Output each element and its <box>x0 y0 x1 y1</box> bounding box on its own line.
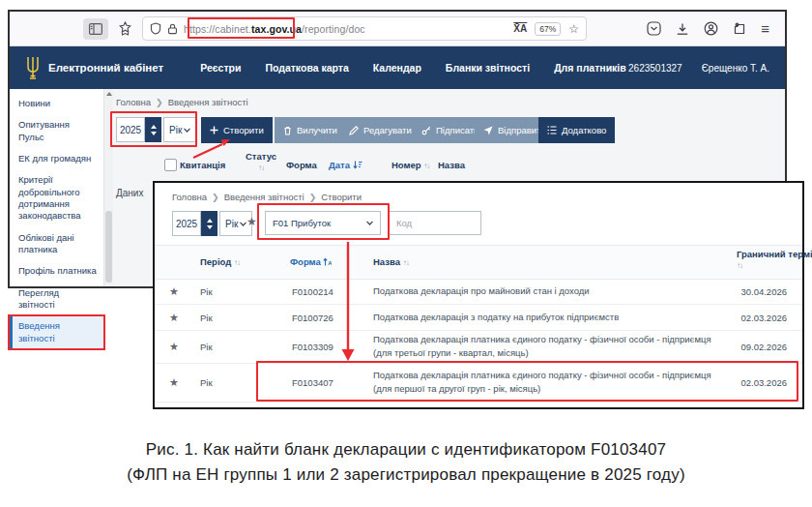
paper-plane-icon <box>483 126 493 135</box>
sidebar-scrollbar[interactable] <box>103 89 113 286</box>
bookmark-star-icon[interactable]: ☆ <box>568 22 579 36</box>
sidebar: Новини Опитування Пульс ЕК для громадян … <box>10 89 103 286</box>
col-name[interactable]: Назва <box>438 160 465 170</box>
nav-for-payers[interactable]: Для платників <box>554 62 626 74</box>
popup-breadcrumb-section[interactable]: Введення звітності <box>224 192 304 202</box>
popup-breadcrumb-home[interactable]: Головна <box>172 192 207 202</box>
popup-breadcrumb-page[interactable]: Створити <box>321 192 362 202</box>
screenshot-canvas: https://cabinet.tax.gov.ua/reporting/doc… <box>0 0 812 507</box>
table-row-f0103407[interactable]: ★ Рік F0103407 Податкова декларація плат… <box>155 363 802 403</box>
scroll-thumb[interactable] <box>105 211 112 282</box>
scroll-up-icon[interactable] <box>106 92 112 96</box>
nav-registries[interactable]: Реєстри <box>200 62 241 74</box>
sidebar-item-news[interactable]: Новини <box>10 94 103 113</box>
table-row[interactable]: ★ Рік F0100214 Податкова декларація про … <box>155 278 802 305</box>
app-brand[interactable]: Електронний кабінет <box>25 55 163 80</box>
table-row[interactable]: ★ Рік F0100726 Податкова декларація з по… <box>155 304 802 331</box>
more-button[interactable]: Додатково <box>538 117 615 143</box>
extensions-icon[interactable] <box>733 22 746 36</box>
popup-col-form[interactable]: Форма A <box>290 256 332 267</box>
sort-desc-icon <box>353 161 362 169</box>
sidebar-item-profile[interactable]: Профіль платника <box>10 261 103 281</box>
col-number[interactable]: Номер ↑↓ <box>392 160 429 170</box>
year-input[interactable] <box>116 117 145 142</box>
figure-caption: Рис. 1. Как найти бланк декларации с иде… <box>0 437 812 487</box>
sidebar-toggle-icon[interactable] <box>83 18 108 40</box>
account-icon[interactable] <box>704 21 718 36</box>
sidebar-item-pulse[interactable]: Опитування Пульс <box>10 115 103 147</box>
bookmark-ribbon-icon[interactable] <box>118 21 132 36</box>
key-icon <box>421 126 431 135</box>
zoom-level-badge[interactable]: 67% <box>535 22 561 36</box>
cell-period: Рік <box>200 312 213 322</box>
col-date[interactable]: Дата <box>329 160 362 170</box>
select-all-checkbox[interactable] <box>164 159 177 171</box>
sidebar-item-criteria[interactable]: Критерії добровільного дотримання законо… <box>10 170 103 225</box>
pocket-icon[interactable] <box>647 21 661 36</box>
user-name[interactable]: Єрещенко Т. А. <box>702 63 769 74</box>
sidebar-item-enter-reports[interactable]: Введення звітності <box>10 316 103 348</box>
breadcrumb-home[interactable]: Головна <box>116 97 151 107</box>
trident-logo-icon <box>25 55 41 80</box>
cell-deadline: 09.02.2026 <box>740 342 787 352</box>
lock-icon[interactable] <box>167 23 178 35</box>
nav-tax-map[interactable]: Податкова карта <box>265 62 348 74</box>
shield-icon[interactable] <box>150 22 161 35</box>
svg-text:A: A <box>329 260 333 266</box>
sidebar-item-view-reports[interactable]: Перегляд звітності <box>10 283 103 315</box>
delete-button[interactable]: Вилучити <box>275 117 346 143</box>
create-report-popup: Головна❯Введення звітності❯Створити Рік … <box>153 181 804 409</box>
chevron-down-icon <box>184 128 190 133</box>
table-row[interactable]: ★ Рік F0103309 Податкова декларація плат… <box>155 330 802 364</box>
cell-name: Податкова декларація про майновий стан і… <box>373 284 719 298</box>
form-group-select[interactable]: F01 Прибуток <box>265 211 381 235</box>
download-icon[interactable] <box>676 22 689 36</box>
popup-year-stepper[interactable] <box>201 211 218 236</box>
sidebar-item-account-data[interactable]: Облікові дані платника <box>10 228 103 260</box>
cell-name: Податкова декларація платника єдиного по… <box>373 333 719 360</box>
cell-form-code: F0103407 <box>292 377 334 388</box>
popup-table-header: Період ↑↓ Форма A Назва ↑↓ Граничний тер… <box>155 245 802 280</box>
nav-report-forms[interactable]: Бланки звітності <box>446 62 530 74</box>
nav-calendar[interactable]: Календар <box>373 62 421 74</box>
cell-period: Рік <box>200 342 213 352</box>
cell-form-code: F0103309 <box>292 342 334 352</box>
favorite-star-icon[interactable]: ★ <box>169 284 179 297</box>
chevron-down-icon <box>366 221 373 225</box>
caption-line-1: Рис. 1. Как найти бланк декларации с иде… <box>0 437 812 462</box>
favorite-star-icon[interactable]: ★ <box>169 311 179 323</box>
favorite-star-icon[interactable]: ★ <box>169 341 179 353</box>
col-form[interactable]: Форма <box>286 160 317 170</box>
popup-year-input[interactable] <box>172 211 201 236</box>
sort-alpha-asc-icon: A <box>323 257 332 266</box>
sidebar-item-citizens[interactable]: ЕК для громадян <box>10 149 103 168</box>
favorite-star-icon[interactable]: ★ <box>169 376 179 389</box>
popup-col-period[interactable]: Період ↑↓ <box>200 256 240 267</box>
breadcrumb: Головна❯Введення звітності <box>116 97 248 107</box>
cell-name: Податкова декларація з податку на прибут… <box>373 311 719 324</box>
cell-period: Рік <box>200 377 213 388</box>
year-stepper[interactable] <box>145 117 161 142</box>
code-search-input[interactable] <box>389 211 481 235</box>
edit-button[interactable]: Редагувати <box>340 117 420 143</box>
menu-icon[interactable]: ≡ <box>761 20 769 37</box>
breadcrumb-section[interactable]: Введення звітності <box>168 97 248 107</box>
period-select[interactable]: Рік <box>163 117 196 142</box>
list-icon <box>547 126 557 134</box>
empty-table-text: Даних <box>116 188 143 198</box>
favorites-filter-icon[interactable]: ★ <box>246 215 257 228</box>
url-bar[interactable]: https://cabinet.tax.gov.ua/reporting/doc… <box>142 16 587 41</box>
col-receipt[interactable]: Квитанція <box>180 160 225 170</box>
translate-icon[interactable]: X̄A <box>513 23 527 34</box>
col-status[interactable]: Статус↑↓ <box>245 151 277 172</box>
popup-col-name[interactable]: Назва ↑↓ <box>373 256 409 267</box>
url-text[interactable]: https://cabinet.tax.gov.ua/reporting/doc <box>184 23 365 35</box>
main-nav: Реєстри Податкова карта Календар Бланки … <box>200 62 626 74</box>
user-tax-id[interactable]: 2623501327 <box>628 63 682 74</box>
cell-deadline: 30.04.2026 <box>740 285 787 296</box>
app-title: Електронний кабінет <box>48 62 163 74</box>
create-button[interactable]: Створити <box>201 117 273 143</box>
cell-deadline: 02.03.2026 <box>740 377 787 388</box>
chevron-down-icon <box>240 222 246 226</box>
popup-col-deadline[interactable]: Граничний термін↑↓ <box>737 249 812 270</box>
